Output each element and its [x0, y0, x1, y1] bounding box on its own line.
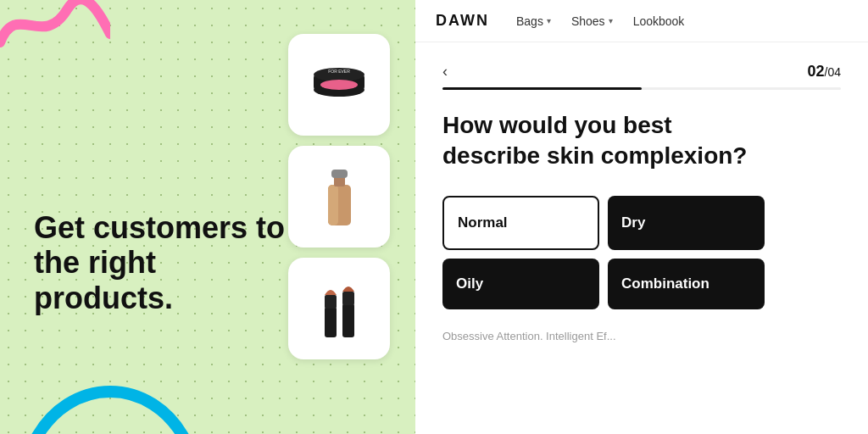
lipstick-icon	[303, 273, 376, 345]
nav-shoes-label: Shoes	[571, 14, 605, 28]
right-panel: DAWN Bags ▾ Shoes ▾ Lookbook ‹ 02/04 How…	[415, 0, 868, 434]
progress-bar-track	[442, 87, 841, 90]
option-oily[interactable]: Oily	[442, 259, 599, 309]
arc-blue-decoration	[25, 366, 195, 434]
product-card-lipstick	[288, 258, 390, 359]
navigation: DAWN Bags ▾ Shoes ▾ Lookbook	[415, 0, 868, 42]
foundation-bottle-icon	[303, 161, 376, 233]
back-button[interactable]: ‹	[442, 63, 448, 81]
left-panel: Get customers to the right products. MAK…	[0, 0, 415, 434]
hero-text: Get customers to the right products.	[34, 210, 288, 315]
progress-indicator: 02/04	[808, 63, 842, 81]
option-combination[interactable]: Combination	[608, 259, 765, 309]
svg-rect-13	[342, 292, 354, 305]
option-dry[interactable]: Dry	[608, 196, 765, 250]
compact-powder-icon: MAKE UP FOR EVER	[303, 49, 376, 121]
nav-item-lookbook[interactable]: Lookbook	[633, 14, 685, 28]
options-grid: Normal Dry Oily Combination	[442, 196, 765, 309]
svg-point-5	[320, 80, 358, 90]
svg-rect-10	[325, 307, 337, 337]
brand-logo: DAWN	[436, 12, 489, 30]
product-card-foundation	[288, 146, 390, 248]
progress-current: 02	[808, 63, 825, 80]
svg-rect-12	[342, 303, 354, 337]
chevron-down-icon: ▾	[547, 16, 551, 25]
progress-total: 04	[827, 65, 841, 79]
quiz-question: How would you best describe skin complex…	[442, 110, 748, 172]
products-column: MAKE UP FOR EVER	[288, 34, 390, 359]
chevron-down-icon: ▾	[609, 16, 613, 25]
quiz-footer-text: Obsessive Attention. Intelligent Ef...	[442, 330, 841, 342]
quiz-content: ‹ 02/04 How would you best describe skin…	[415, 42, 868, 434]
svg-rect-9	[331, 170, 348, 178]
quiz-navigation-row: ‹ 02/04	[442, 63, 841, 81]
nav-item-bags[interactable]: Bags ▾	[516, 14, 551, 28]
squiggle-pink-decoration	[0, 0, 110, 59]
svg-rect-7	[328, 185, 338, 225]
product-card-compact: MAKE UP FOR EVER	[288, 34, 390, 136]
svg-rect-11	[325, 295, 337, 309]
nav-lookbook-label: Lookbook	[633, 14, 685, 28]
nav-item-shoes[interactable]: Shoes ▾	[571, 14, 613, 28]
progress-bar-fill	[442, 87, 642, 90]
svg-text:FOR EVER: FOR EVER	[328, 69, 350, 74]
option-normal[interactable]: Normal	[442, 196, 599, 250]
nav-bags-label: Bags	[516, 14, 543, 28]
